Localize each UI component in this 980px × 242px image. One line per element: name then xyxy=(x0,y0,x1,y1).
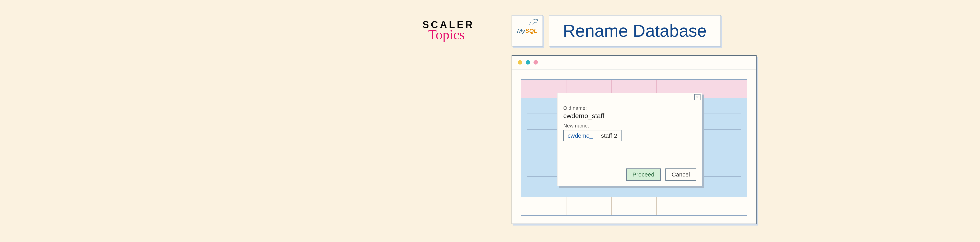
browser-window: ✕ Old name: cwdemo_staff New name: cwdem… xyxy=(512,55,757,224)
page-title: Rename Database xyxy=(563,21,707,41)
scaler-topics-logo: SCALER Topics xyxy=(422,19,485,43)
window-dot-teal xyxy=(526,60,530,65)
cancel-button[interactable]: Cancel xyxy=(665,169,696,181)
logo-word-topics: Topics xyxy=(428,27,485,43)
window-dot-pink xyxy=(533,60,538,65)
close-icon: ✕ xyxy=(696,95,699,99)
footer-cell xyxy=(702,197,747,215)
footer-cell xyxy=(612,197,657,215)
mysql-wordmark: MySQL xyxy=(517,27,537,34)
diagram-stage: SCALER Topics MySQL Rename Database xyxy=(412,13,764,229)
sheet-footer-row xyxy=(521,197,747,215)
dialog-body: Old name: cwdemo_staff New name: cwdemo_… xyxy=(557,101,702,169)
header-row: MySQL Rename Database xyxy=(512,15,721,46)
mysql-sql: SQL xyxy=(525,27,538,34)
dolphin-icon xyxy=(529,18,539,25)
browser-body: ✕ Old name: cwdemo_staff New name: cwdem… xyxy=(512,69,756,224)
new-name-prefix: cwdemo_ xyxy=(563,130,597,142)
window-dot-yellow xyxy=(518,60,522,65)
dialog-titlebar: ✕ xyxy=(557,93,702,101)
old-name-label: Old name: xyxy=(563,105,696,111)
new-name-input-group: cwdemo_ staff-2 xyxy=(563,130,696,142)
header-cell xyxy=(702,80,747,98)
new-name-label: New name: xyxy=(563,123,696,129)
footer-cell xyxy=(566,197,612,215)
rename-dialog: ✕ Old name: cwdemo_staff New name: cwdem… xyxy=(557,93,702,186)
footer-cell xyxy=(657,197,702,215)
page-title-box: Rename Database xyxy=(549,15,721,46)
new-name-input[interactable]: staff-2 xyxy=(597,130,622,142)
dialog-footer: Proceed Cancel xyxy=(557,169,702,186)
close-button[interactable]: ✕ xyxy=(694,94,700,100)
old-name-value: cwdemo_staff xyxy=(563,112,696,119)
proceed-button[interactable]: Proceed xyxy=(626,169,661,181)
mysql-logo-box: MySQL xyxy=(512,15,543,46)
mysql-my: My xyxy=(517,27,525,34)
browser-titlebar xyxy=(512,56,756,69)
footer-cell xyxy=(521,197,566,215)
